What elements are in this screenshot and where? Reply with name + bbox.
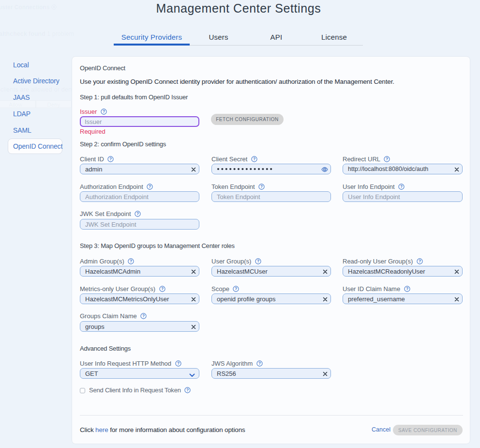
svg-text:?: ? [142,313,145,318]
svg-text:?: ? [161,286,164,291]
svg-text:?: ? [136,211,139,216]
svg-text:?: ? [149,184,151,189]
svg-text:?: ? [258,361,261,366]
svg-text:?: ? [177,361,180,366]
svg-text:?: ? [186,387,189,392]
svg-text:?: ? [257,259,259,263]
svg-text:?: ? [235,286,237,291]
svg-text:?: ? [109,156,112,161]
svg-text:?: ? [130,259,132,263]
svg-text:?: ? [103,109,105,114]
svg-text:?: ? [400,184,403,189]
svg-text:?: ? [406,286,408,291]
svg-text:?: ? [260,184,263,189]
svg-text:?: ? [253,156,255,161]
svg-text:?: ? [419,259,421,263]
svg-text:?: ? [386,156,388,161]
